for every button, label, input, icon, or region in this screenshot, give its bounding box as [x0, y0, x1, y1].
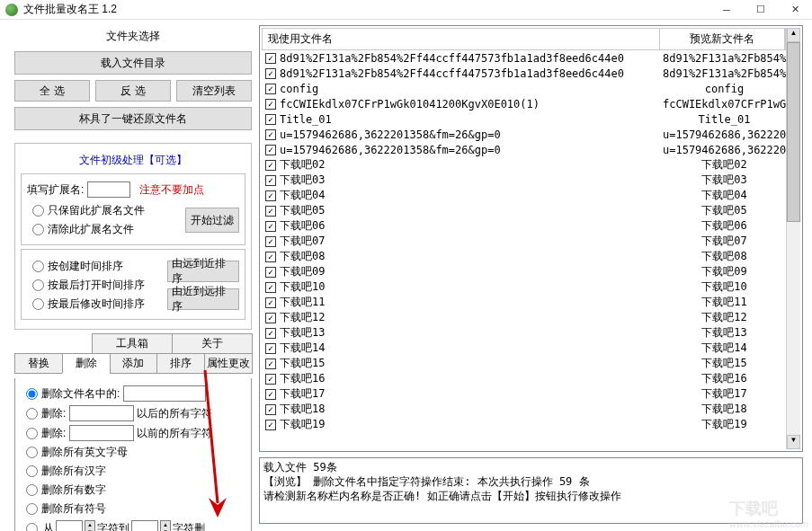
vertical-scrollbar[interactable]: ▲ ▼ — [786, 28, 800, 449]
table-row[interactable]: ✓8d91%2F131a%2Fb854%2Ff44ccff447573fb1a1… — [262, 50, 786, 66]
table-row[interactable]: ✓下载吧18下载吧18 — [262, 402, 786, 417]
row-checkbox[interactable]: ✓ — [265, 53, 276, 64]
tab-attr[interactable]: 属性更改 — [204, 353, 253, 374]
restore-names-button[interactable]: 杯具了一键还原文件名 — [14, 107, 252, 130]
table-row[interactable]: ✓下载吧06下载吧06 — [262, 218, 786, 234]
row-checkbox[interactable]: ✓ — [265, 84, 276, 94]
tab-toolbox[interactable]: 工具箱 — [92, 333, 173, 354]
keep-ext-radio[interactable] — [32, 205, 44, 217]
table-row[interactable]: ✓fcCWIEkdlx07CFrP1wGk01041200KgvX0E010(1… — [262, 96, 786, 111]
select-all-button[interactable]: 全 选 — [14, 80, 90, 102]
range-to-input[interactable] — [131, 520, 158, 531]
tab-add[interactable]: 添加 — [110, 353, 158, 374]
table-row[interactable]: ✓下载吧16下载吧16 — [262, 371, 786, 386]
row-checkbox[interactable]: ✓ — [265, 145, 276, 155]
row-checkbox[interactable]: ✓ — [265, 252, 276, 262]
table-row[interactable]: ✓下载吧13下载吧13 — [262, 325, 786, 341]
sort-open-radio[interactable] — [32, 279, 44, 291]
tab-sort[interactable]: 排序 — [156, 353, 205, 374]
del-all-en-radio[interactable] — [26, 447, 38, 458]
scroll-thumb[interactable] — [787, 42, 800, 222]
table-row[interactable]: ✓u=1579462686,3622201358&fm=26&gp=0u=157… — [262, 142, 786, 157]
table-row[interactable]: ✓下载吧11下载吧11 — [262, 295, 786, 310]
row-checkbox[interactable]: ✓ — [265, 129, 276, 140]
del-in-name-input[interactable] — [123, 385, 206, 402]
table-row[interactable]: ✓configconfig — [262, 81, 786, 96]
table-row[interactable]: ✓下载吧14下载吧14 — [262, 341, 786, 356]
range-to-spinner[interactable]: ▲▼ — [160, 520, 171, 531]
table-row[interactable]: ✓下载吧07下载吧07 — [262, 234, 786, 249]
table-row[interactable]: ✓Title_01Title_01 — [262, 111, 786, 127]
del-all-cn-radio[interactable] — [26, 465, 38, 477]
del-after-input[interactable] — [69, 405, 134, 421]
sort-far-near-button[interactable]: 由远到近排序 — [167, 261, 239, 282]
sort-create-radio[interactable] — [32, 261, 44, 272]
file-list-body[interactable]: ✓8d91%2F131a%2Fb854%2Ff44ccff447573fb1a1… — [262, 50, 786, 449]
table-row[interactable]: ✓下载吧08下载吧08 — [262, 249, 786, 264]
table-row[interactable]: ✓下载吧10下载吧10 — [262, 279, 786, 295]
del-range-radio[interactable] — [26, 523, 38, 532]
range-from-input[interactable] — [56, 520, 83, 531]
clear-list-button[interactable]: 清空列表 — [176, 80, 252, 102]
row-checkbox[interactable]: ✓ — [265, 389, 276, 400]
start-filter-button[interactable]: 开始过滤 — [185, 208, 239, 233]
table-row[interactable]: ✓8d91%2F131a%2Fb854%2Ff44ccff447573fb1a1… — [262, 66, 786, 81]
remove-ext-radio[interactable] — [32, 224, 44, 235]
table-row[interactable]: ✓下载吧09下载吧09 — [262, 264, 786, 279]
col-preview-name[interactable]: 预览新文件名 — [660, 29, 785, 49]
table-row[interactable]: ✓u=1579462686,3622201358&fm=26&gp=0u=157… — [262, 127, 786, 142]
tab-about[interactable]: 关于 — [172, 333, 253, 354]
row-checkbox[interactable]: ✓ — [265, 282, 276, 293]
table-row[interactable]: ✓下载吧19下载吧19 — [262, 417, 786, 432]
table-row[interactable]: ✓下载吧12下载吧12 — [262, 310, 786, 325]
row-checkbox[interactable]: ✓ — [265, 236, 276, 247]
col-current-name[interactable]: 现使用文件名 — [263, 29, 660, 49]
scroll-up-icon[interactable]: ▲ — [787, 28, 800, 42]
row-checkbox[interactable]: ✓ — [265, 175, 276, 186]
table-row[interactable]: ✓下载吧15下载吧15 — [262, 356, 786, 371]
row-checkbox[interactable]: ✓ — [265, 343, 276, 354]
row-checkbox[interactable]: ✓ — [265, 221, 276, 232]
row-checkbox[interactable]: ✓ — [265, 297, 276, 308]
tab-delete[interactable]: 删除 — [62, 353, 111, 374]
row-checkbox[interactable]: ✓ — [265, 313, 276, 323]
sort-group: 按创建时间排序 按最后打开时间排序 按最后修改时间排序 由远到近排序 由近到远排… — [21, 249, 245, 320]
del-before-radio[interactable] — [26, 428, 38, 439]
sort-near-far-button[interactable]: 由近到远排序 — [167, 288, 239, 310]
table-row[interactable]: ✓下载吧02下载吧02 — [262, 157, 786, 173]
invert-selection-button[interactable]: 反 选 — [95, 80, 171, 102]
row-checkbox[interactable]: ✓ — [265, 358, 276, 369]
row-checkbox[interactable]: ✓ — [265, 114, 276, 125]
maximize-button[interactable]: ☐ — [744, 0, 778, 20]
row-checkbox[interactable]: ✓ — [265, 206, 276, 217]
del-after-radio[interactable] — [26, 408, 38, 420]
ext-input[interactable] — [87, 181, 130, 198]
del-before-input[interactable] — [69, 425, 134, 441]
tab-replace[interactable]: 替换 — [14, 353, 63, 374]
row-checkbox[interactable]: ✓ — [265, 190, 276, 201]
range-from-spinner[interactable]: ▲▼ — [85, 520, 95, 531]
table-row[interactable]: ✓下载吧05下载吧05 — [262, 203, 786, 218]
row-checkbox[interactable]: ✓ — [265, 99, 276, 110]
row-checkbox[interactable]: ✓ — [265, 68, 276, 79]
row-checkbox[interactable]: ✓ — [265, 404, 276, 415]
sort-modify-radio[interactable] — [32, 298, 44, 310]
tab-delete-panel: 删除文件名中的: 删除: 以后的所有字符 删除: 以前的所有字符 删除所有英文字… — [14, 378, 252, 531]
row-checkbox[interactable]: ✓ — [265, 328, 276, 339]
scroll-down-icon[interactable]: ▼ — [787, 435, 800, 449]
minimize-button[interactable]: ─ — [709, 0, 744, 20]
cell-preview-name: u=1579462686,3622201358&fm= — [663, 144, 786, 156]
table-row[interactable]: ✓下载吧03下载吧03 — [262, 173, 786, 188]
del-all-sym-radio[interactable] — [26, 503, 38, 515]
cell-preview-name: 8d91%2F131a%2Fb854%2Ff44ccff447573f — [663, 52, 786, 65]
del-all-num-radio[interactable] — [26, 484, 38, 496]
row-checkbox[interactable]: ✓ — [265, 420, 276, 430]
row-checkbox[interactable]: ✓ — [265, 160, 276, 171]
close-button[interactable]: ✕ — [778, 0, 812, 20]
table-row[interactable]: ✓下载吧17下载吧17 — [262, 386, 786, 402]
del-in-name-radio[interactable] — [26, 388, 38, 400]
row-checkbox[interactable]: ✓ — [265, 267, 276, 278]
load-directory-button[interactable]: 载入文件目录 — [14, 51, 252, 75]
row-checkbox[interactable]: ✓ — [265, 374, 276, 385]
table-row[interactable]: ✓下载吧04下载吧04 — [262, 188, 786, 203]
